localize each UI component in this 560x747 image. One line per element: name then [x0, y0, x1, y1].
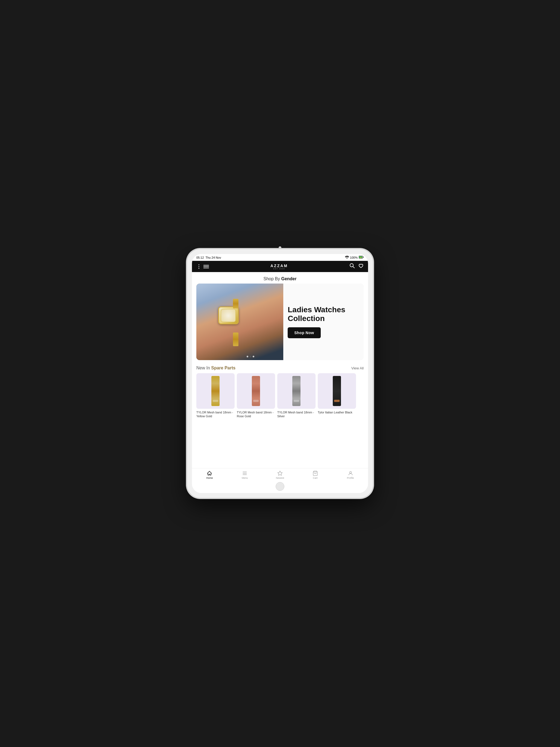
product-card-2[interactable]: TYLOR Mesh band 18mm - Rose Gold	[237, 373, 275, 418]
band-visual-gold	[211, 376, 220, 406]
svg-text:⚡: ⚡	[360, 256, 362, 259]
logo-sub-text: EST 2020	[271, 268, 288, 269]
battery-icon: ⚡	[359, 256, 364, 259]
hero-text-side: Ladies Watches Collection Shop Now	[283, 284, 364, 360]
bottom-nav-home[interactable]: Home	[192, 470, 227, 479]
shop-by-gender-title: Shop By Gender	[263, 277, 297, 281]
product-name-1: TYLOR Mesh band 18mm - Yellow Gold	[196, 410, 235, 418]
dot-1	[247, 356, 248, 357]
svg-rect-1	[363, 257, 364, 258]
camera-indicator	[279, 247, 281, 249]
product-image-2	[237, 373, 275, 409]
device-frame: 05:12 Thu 24 Nov 100%	[187, 249, 373, 498]
hamburger-button[interactable]	[203, 265, 209, 268]
home-button-area	[192, 481, 368, 493]
shop-by-gender-section: Shop By Gender	[192, 272, 368, 284]
nav-right	[350, 263, 364, 270]
battery-percent: 100%	[350, 256, 358, 259]
home-icon	[207, 470, 212, 476]
bottom-nav: Home Menu Newest	[192, 468, 368, 481]
svg-point-4	[350, 264, 353, 267]
new-in-prefix: New In	[196, 366, 211, 370]
bottom-nav-menu[interactable]: Menu	[227, 470, 262, 479]
product-image-1	[196, 373, 235, 409]
shop-by-bold: Gender	[281, 277, 297, 281]
status-bar: 05:12 Thu 24 Nov 100%	[192, 254, 368, 261]
spare-parts-header: New In Spare Parts View All	[192, 360, 368, 373]
shop-now-button[interactable]: Shop Now	[288, 327, 321, 338]
spare-parts-title: New In Spare Parts	[196, 366, 235, 370]
main-content[interactable]: Shop By Gender Ladie	[192, 272, 368, 468]
star-icon	[277, 470, 283, 476]
hamburger-icon	[203, 265, 209, 268]
device-screen: 05:12 Thu 24 Nov 100%	[192, 254, 368, 493]
person-icon	[348, 470, 353, 476]
hero-banner[interactable]: Ladies Watches Collection Shop Now	[196, 284, 364, 360]
menu-label: Menu	[242, 476, 248, 479]
view-all-link[interactable]: View All	[351, 366, 364, 370]
dot-2	[250, 356, 251, 357]
band-visual-black	[333, 376, 341, 406]
product-image-3	[277, 373, 315, 409]
svg-line-5	[353, 266, 354, 268]
heart-icon	[358, 263, 364, 268]
svg-point-9	[350, 471, 351, 473]
band-visual-silver	[292, 376, 301, 406]
date-display: Thu 24 Nov	[206, 256, 221, 259]
svg-rect-7	[243, 473, 247, 473]
product-name-2: TYLOR Mesh band 18mm - Rose Gold	[237, 410, 275, 418]
home-button[interactable]	[276, 482, 284, 491]
wifi-icon	[345, 256, 349, 259]
cart-label: Cart	[313, 476, 317, 479]
hero-carousel-dots	[247, 356, 254, 357]
hero-title: Ladies Watches Collection	[288, 305, 359, 323]
product-name-4: Tylor Italian Leather Black	[318, 410, 356, 414]
spare-parts-bold: Spare Parts	[211, 366, 235, 370]
nav-left: ⋮	[196, 264, 209, 269]
menu-dots-button[interactable]: ⋮	[196, 264, 201, 269]
bottom-nav-profile[interactable]: Profile	[333, 470, 368, 479]
wishlist-button[interactable]	[358, 263, 364, 270]
bottom-nav-newest[interactable]: Newest	[262, 470, 298, 479]
products-row: TYLOR Mesh band 18mm - Yellow Gold TYLOR…	[192, 373, 368, 423]
logo-text: AZZAM	[271, 264, 288, 268]
menu-icon	[242, 470, 248, 476]
product-card-1[interactable]: TYLOR Mesh band 18mm - Yellow Gold	[196, 373, 235, 418]
band-visual-rosegold	[252, 376, 260, 406]
home-label: Home	[206, 476, 213, 479]
nav-bar: ⋮ AZZAM EST 2020	[192, 261, 368, 272]
svg-rect-8	[243, 474, 247, 475]
logo-container: AZZAM EST 2020	[271, 264, 288, 269]
bottom-nav-cart[interactable]: Cart	[298, 470, 333, 479]
newest-label: Newest	[276, 476, 284, 479]
product-name-3: TYLOR Mesh band 18mm - Silver	[277, 410, 315, 418]
product-card-4[interactable]: Tylor Italian Leather Black	[318, 373, 356, 418]
time-display: 05:12	[196, 256, 204, 259]
cart-icon	[312, 470, 318, 476]
search-button[interactable]	[350, 263, 355, 270]
dot-3	[253, 356, 254, 357]
hero-image	[196, 284, 283, 360]
status-right: 100% ⚡	[345, 256, 364, 259]
search-icon	[350, 263, 355, 268]
svg-rect-6	[243, 472, 247, 472]
status-left: 05:12 Thu 24 Nov	[196, 256, 221, 259]
shop-by-prefix: Shop By	[263, 277, 281, 281]
product-image-4	[318, 373, 356, 409]
product-card-3[interactable]: TYLOR Mesh band 18mm - Silver	[277, 373, 315, 418]
band-buckle-4	[334, 400, 339, 402]
profile-label: Profile	[347, 476, 354, 479]
dots-icon: ⋮	[196, 264, 201, 269]
